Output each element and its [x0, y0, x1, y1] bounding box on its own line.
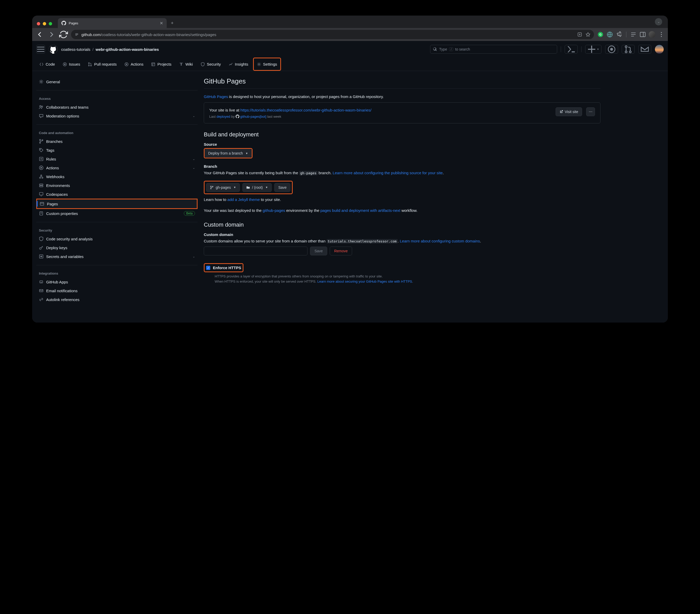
reading-list-icon[interactable] [630, 31, 637, 38]
chevron-down-icon: ⌄ [192, 158, 195, 161]
sidebar-item-actions[interactable]: Actions⌄ [36, 163, 198, 172]
sidebar-item-webhooks[interactable]: Webhooks [36, 172, 198, 181]
svg-point-4 [661, 34, 662, 35]
sidebar-item-email-notifications[interactable]: Email notifications [36, 286, 198, 295]
sidebar-item-autolink[interactable]: Autolink references [36, 295, 198, 304]
browser-window: Pages ✕ + ⌄ github.com/coatless-tutorial… [32, 15, 668, 323]
shield-check-icon [39, 237, 43, 241]
branch-label: Branch [204, 164, 600, 168]
extensions-menu-icon[interactable] [616, 31, 623, 38]
profile-avatar[interactable] [649, 31, 655, 38]
custom-domain-learn-link[interactable]: Learn more about configuring custom doma… [400, 239, 480, 243]
tab-code[interactable]: Code [36, 58, 58, 71]
sidebar-item-collaborators[interactable]: Collaborators and teams [36, 103, 198, 112]
extension-grammarly-icon[interactable]: G [597, 31, 604, 38]
sidebar-item-deploy-keys[interactable]: Deploy keys [36, 243, 198, 252]
site-live-box: Your site is live at https://tutorials.t… [204, 102, 600, 124]
enforce-https-label[interactable]: Enforce HTTPS [213, 265, 241, 270]
side-panel-icon[interactable] [639, 31, 646, 38]
tab-settings[interactable]: Settings [253, 58, 281, 71]
sidebar-item-environments[interactable]: Environments [36, 181, 198, 190]
sidebar-item-branches[interactable]: Branches [36, 137, 198, 146]
github-pages-link[interactable]: GitHub Pages [204, 95, 228, 99]
sidebar-item-custom-properties[interactable]: Custom propertiesBeta [36, 209, 198, 218]
sidebar-item-general[interactable]: General [36, 77, 198, 86]
branch-save-button[interactable]: Save [274, 183, 290, 192]
browser-tab-bar: Pages ✕ + ⌄ [32, 15, 668, 28]
branch-learn-more-link[interactable]: Learn more about configuring the publish… [333, 171, 442, 175]
notifications-button[interactable] [638, 45, 651, 54]
url-field[interactable]: github.com/coatless-tutorials/webr-githu… [71, 30, 594, 39]
command-palette-button[interactable] [565, 45, 578, 54]
window-controls [35, 22, 55, 28]
tag-icon [39, 148, 43, 152]
pull-requests-button[interactable] [622, 45, 635, 54]
workflow-link[interactable]: pages build and deployment with artifact… [321, 208, 401, 213]
bookmark-star-icon[interactable] [586, 32, 590, 37]
github-logo-icon[interactable] [49, 45, 58, 54]
user-avatar[interactable] [655, 45, 664, 54]
svg-rect-39 [39, 290, 43, 292]
custom-domain-label: Custom domain [204, 232, 600, 237]
custom-domain-input[interactable] [204, 247, 308, 255]
sidebar-item-code-security[interactable]: Code security and analysis [36, 234, 198, 243]
window-minimize-button[interactable] [43, 22, 46, 25]
source-selector-highlight: Deploy from a branch ▼ [204, 148, 252, 159]
breadcrumb-repo[interactable]: webr-github-action-wasm-binaries [96, 47, 159, 52]
site-actions-menu[interactable]: ⋯ [586, 107, 595, 116]
browser-menu-icon[interactable] [658, 31, 665, 38]
source-dropdown[interactable]: Deploy from a branch ▼ [204, 149, 252, 158]
issues-button[interactable] [605, 45, 618, 54]
tab-projects[interactable]: Projects [148, 58, 174, 71]
jekyll-theme-link[interactable]: add a Jekyll theme [227, 197, 260, 202]
window-close-button[interactable] [37, 22, 40, 25]
search-input[interactable]: Type / to search [430, 45, 557, 54]
create-new-dropdown[interactable]: ▼ [585, 45, 601, 54]
environment-link[interactable]: github-pages [263, 208, 285, 213]
tab-insights[interactable]: Insights [226, 58, 251, 71]
deployed-link[interactable]: deployed [216, 115, 230, 118]
visit-site-button[interactable]: Visit site [555, 107, 582, 116]
reload-button[interactable] [59, 30, 68, 39]
new-tab-button[interactable]: + [169, 21, 176, 28]
folder-dropdown[interactable]: / (root) ▼ [242, 183, 272, 192]
tab-wiki[interactable]: Wiki [176, 58, 196, 71]
sidebar-item-github-apps[interactable]: GitHub Apps [36, 277, 198, 286]
sidebar-item-secrets[interactable]: Secrets and variables⌄ [36, 252, 198, 261]
svg-rect-32 [39, 186, 43, 187]
live-site-link[interactable]: https://tutorials.thecoatlessprofessor.c… [240, 108, 371, 112]
tab-security[interactable]: Security [198, 58, 224, 71]
sidebar-heading-automation: Code and automation [36, 129, 198, 137]
enforce-https-checkbox[interactable]: ✓ [206, 266, 210, 270]
window-maximize-button[interactable] [49, 22, 52, 25]
domain-save-button[interactable]: Save [310, 247, 327, 255]
tab-pull-requests[interactable]: Pull requests [85, 58, 120, 71]
tabs-dropdown[interactable]: ⌄ [655, 18, 665, 28]
branch-dropdown[interactable]: gh-pages ▼ [206, 183, 240, 192]
tab-close-icon[interactable]: ✕ [160, 21, 163, 26]
https-learn-more-link[interactable]: Learn more about securing your GitHub Pa… [317, 279, 412, 284]
svg-point-21 [41, 106, 43, 107]
back-button[interactable] [35, 30, 44, 39]
sidebar-item-rules[interactable]: Rules⌄ [36, 154, 198, 163]
forward-button[interactable] [47, 30, 56, 39]
browser-tab[interactable]: Pages ✕ [58, 18, 167, 28]
tab-actions[interactable]: Actions [121, 58, 147, 71]
hamburger-menu-button[interactable] [36, 45, 45, 54]
install-app-icon[interactable] [577, 32, 582, 37]
sidebar-item-moderation[interactable]: Moderation options⌄ [36, 112, 198, 120]
breadcrumb-owner[interactable]: coatless-tutorials [61, 47, 90, 52]
sidebar-item-pages[interactable]: Pages [36, 199, 198, 209]
svg-point-29 [42, 177, 43, 178]
sidebar-item-tags[interactable]: Tags [36, 146, 198, 154]
domain-remove-button[interactable]: Remove [330, 247, 352, 255]
deployed-by-link[interactable]: github-pages[bot] [240, 115, 266, 118]
caret-down-icon: ▼ [246, 152, 248, 155]
hubot-icon [39, 279, 43, 284]
extension-globe-icon[interactable] [607, 31, 613, 38]
site-settings-icon[interactable] [75, 33, 79, 37]
sidebar-item-codespaces[interactable]: Codespaces [36, 190, 198, 199]
tab-issues[interactable]: Issues [60, 58, 83, 71]
svg-rect-33 [39, 192, 43, 195]
svg-point-40 [211, 186, 211, 187]
